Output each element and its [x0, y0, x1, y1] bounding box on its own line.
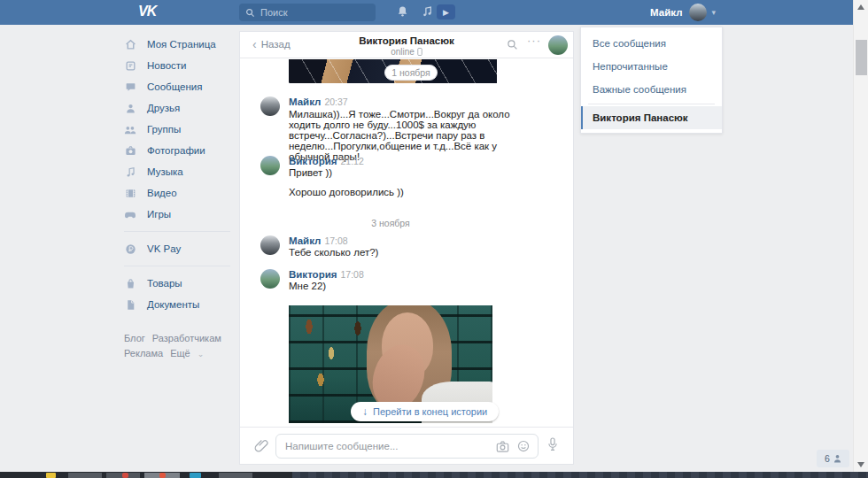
taskbar-app-icon[interactable]: [190, 473, 201, 478]
notifications-bell-icon[interactable]: [397, 5, 408, 18]
account-menu[interactable]: Майкл ▾: [650, 4, 716, 21]
message: Майкл20:37 Милашка))...Я тоже...Смотри..…: [260, 96, 521, 162]
sidebar-item-music[interactable]: Музыка: [124, 161, 239, 182]
menu-divider: [588, 104, 715, 104]
message: Майкл17:08 Тебе сколько лет?): [260, 235, 521, 258]
photos-icon: [124, 144, 136, 157]
sidebar-divider: [124, 231, 230, 232]
scrollbar-down-arrow[interactable]: [857, 462, 864, 467]
conversation-header: ‹ Назад Виктория Панасюк online ···: [240, 32, 573, 58]
mobile-phone-icon: [417, 48, 422, 56]
messages-filter-menu: Все сообщения Непрочитанные Важные сообщ…: [580, 27, 723, 134]
sidebar-item-friends[interactable]: Друзья: [124, 97, 239, 119]
footer-link-blog[interactable]: Блог: [124, 333, 145, 343]
sidebar-item-label: Моя Страница: [147, 39, 216, 50]
taskbar-right-section: [292, 472, 868, 478]
chat-search-icon[interactable]: [507, 39, 518, 50]
sidebar-item-video[interactable]: Видео: [124, 182, 239, 204]
shopping-bag-icon: [124, 277, 136, 289]
video-play-icon[interactable]: ▶: [437, 4, 455, 19]
message-text: Привет )): [289, 168, 521, 179]
conversation-panel: ‹ Назад Виктория Панасюк online ··· 1 но…: [239, 31, 574, 465]
current-user-avatar: [689, 4, 707, 21]
vk-logo[interactable]: VK: [138, 4, 156, 19]
message-author[interactable]: Майкл: [289, 235, 321, 246]
avatar[interactable]: [260, 156, 280, 175]
games-icon: [124, 208, 136, 220]
camera-icon[interactable]: [496, 441, 509, 452]
message-author[interactable]: Виктория: [289, 269, 337, 280]
os-taskbar[interactable]: [0, 472, 868, 478]
emoji-smiley-icon[interactable]: [517, 440, 530, 452]
sidebar-item-label: Товары: [147, 278, 182, 289]
messages-icon: [124, 81, 136, 93]
sidebar-footer-links: БлогРазработчикам РекламаЕщё⌄: [124, 331, 239, 362]
message-text: Милашка))...Я тоже...Смотри...Вокруг да …: [289, 109, 521, 162]
search-input[interactable]: [260, 7, 367, 18]
footer-link-more[interactable]: Ещё: [170, 348, 190, 358]
taskbar-notification-dot: [159, 473, 166, 478]
sidebar-item-vkpay[interactable]: VK Pay: [124, 238, 239, 259]
message-history[interactable]: 1 ноября Майкл20:37 Милашка))...Я тоже..…: [240, 58, 573, 427]
voice-message-microphone-icon[interactable]: [546, 436, 559, 452]
sidebar-item-label: Фотографии: [147, 145, 205, 156]
sidebar-item-label: Видео: [147, 188, 177, 198]
sidebar-item-label: Новости: [147, 60, 187, 71]
top-navigation-bar: VK ▶ Майкл ▾: [0, 0, 868, 25]
global-search[interactable]: [239, 4, 376, 21]
sidebar-item-photos[interactable]: Фотографии: [124, 140, 239, 161]
music-icon[interactable]: [422, 5, 433, 18]
scrollbar-thumb[interactable]: [856, 40, 867, 75]
message-composer: [240, 427, 573, 464]
sidebar-item-games[interactable]: Игры: [124, 204, 239, 225]
taskbar-app-icon[interactable]: [219, 473, 252, 478]
sidebar-item-news[interactable]: Новости: [124, 55, 239, 76]
conversation-title[interactable]: Виктория Панасюк: [240, 35, 573, 46]
music-note-icon: [124, 166, 136, 178]
message-input-box[interactable]: [275, 434, 539, 459]
taskbar-app-icon[interactable]: [68, 473, 102, 478]
taskbar-app-icon[interactable]: [46, 473, 56, 478]
filter-all-messages[interactable]: Все сообщения: [581, 32, 722, 55]
message-time: 17:08: [324, 235, 347, 246]
message: Виктория21:12 Привет )): [260, 156, 521, 179]
chat-peer-avatar[interactable]: [548, 35, 568, 55]
footer-link-ads[interactable]: Реклама: [124, 348, 163, 358]
online-friends-badge[interactable]: 6: [817, 450, 849, 467]
search-icon: [245, 8, 255, 18]
sidebar-item-documents[interactable]: Документы: [124, 294, 239, 315]
avatar[interactable]: [260, 269, 280, 289]
chat-more-actions-icon[interactable]: ···: [527, 34, 541, 47]
date-separator-pill: 1 ноября: [384, 65, 438, 81]
online-status: online: [240, 47, 573, 57]
person-icon: [833, 454, 841, 463]
sidebar-divider: [124, 266, 230, 266]
sidebar-item-market[interactable]: Товары: [124, 273, 239, 294]
goto-story-end-button[interactable]: ↓ Перейти в конец истории: [351, 402, 499, 421]
goto-story-end-label: Перейти в конец истории: [373, 406, 487, 417]
taskbar-notification-dot: [122, 473, 128, 478]
avatar[interactable]: [260, 235, 280, 255]
filter-unread[interactable]: Непрочитанные: [581, 55, 722, 78]
message-author[interactable]: Майкл: [289, 96, 321, 107]
message-time: 20:37: [324, 96, 347, 107]
friends-icon: [124, 102, 136, 114]
page-scrollbar[interactable]: [853, 0, 868, 472]
down-arrow-icon: ↓: [362, 405, 368, 418]
message-input[interactable]: [276, 441, 496, 451]
sidebar-item-my-page[interactable]: Моя Страница: [124, 34, 239, 55]
attach-paperclip-icon[interactable]: [254, 437, 268, 453]
selected-conversation-item[interactable]: Виктория Панасюк: [581, 106, 722, 129]
message-text: Мне 22): [289, 281, 521, 292]
footer-link-developers[interactable]: Разработчикам: [152, 333, 221, 343]
message: Виктория17:08 Мне 22): [260, 269, 521, 292]
avatar[interactable]: [260, 96, 280, 116]
sidebar-item-messages[interactable]: Сообщения: [124, 76, 239, 97]
filter-important[interactable]: Важные сообщения: [581, 78, 722, 101]
message-text: Тебе сколько лет?): [289, 248, 521, 258]
scrollbar-up-arrow[interactable]: [857, 4, 864, 10]
online-friends-count: 6: [825, 453, 830, 464]
message-author[interactable]: Виктория: [289, 156, 337, 166]
sidebar-item-groups[interactable]: Группы: [124, 119, 239, 140]
groups-icon: [124, 123, 136, 135]
